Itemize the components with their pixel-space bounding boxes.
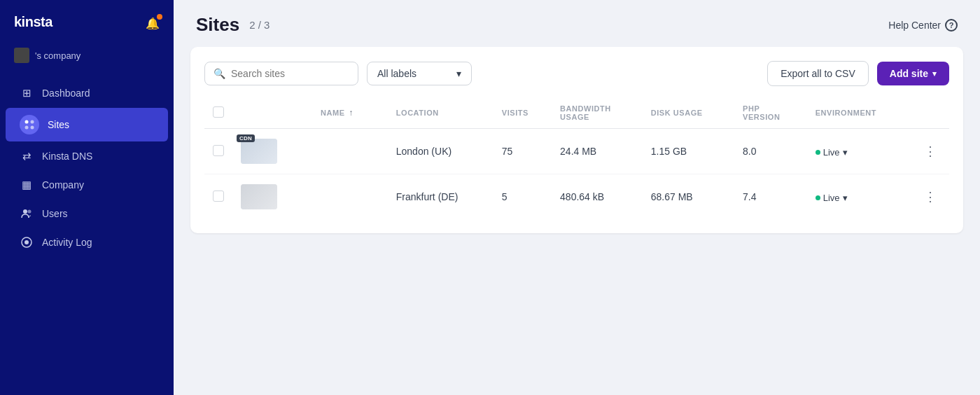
row1-env-badge[interactable]: Live ▾ — [816, 147, 848, 158]
sites-count: 2 / 3 — [249, 19, 270, 31]
table-row: Frankfurt (DE) 5 480.64 kB 68.67 MB 7.4 … — [204, 174, 949, 220]
row1-check-cell — [204, 129, 232, 174]
help-center-link[interactable]: Help Center ? — [888, 19, 958, 32]
sidebar: kinsta 🔔 's company ⊞ Dashboard — [0, 0, 174, 395]
svg-point-6 — [28, 210, 31, 214]
sidebar-item-company[interactable]: ▦ Company — [6, 171, 168, 199]
row1-environment[interactable]: Live ▾ — [807, 129, 911, 174]
sidebar-item-users[interactable]: Users — [6, 200, 168, 228]
row2-environment[interactable]: Live ▾ — [807, 174, 911, 220]
company-icon: ▦ — [20, 178, 34, 192]
title-row: Sites 2 / 3 — [196, 14, 270, 36]
toolbar: 🔍 All labels ▾ Export all to CSV Add sit… — [204, 61, 949, 86]
table-header: NAME ↑ LOCATION VISITS BANDWIDTHUSAGE DI… — [204, 97, 949, 129]
row2-name-cell — [286, 174, 388, 220]
disk-col-header: DISK USAGE — [643, 97, 734, 129]
search-input[interactable] — [231, 68, 349, 79]
row1-name-cell — [286, 129, 388, 174]
search-icon: 🔍 — [214, 68, 225, 79]
row2-env-badge[interactable]: Live ▾ — [816, 193, 848, 203]
select-all-col — [204, 97, 232, 129]
notification-badge — [157, 14, 162, 20]
thumbnail-col — [232, 97, 286, 129]
add-site-label: Add site — [890, 68, 928, 79]
chevron-down-icon: ▾ — [456, 68, 461, 79]
bandwidth-col-header: BANDWIDTHUSAGE — [552, 97, 643, 129]
search-box[interactable]: 🔍 — [204, 62, 358, 85]
labels-value: All labels — [377, 68, 416, 79]
row1-env-label: Live — [823, 147, 840, 158]
help-icon: ? — [945, 19, 958, 32]
kinsta-logo: kinsta — [14, 13, 70, 34]
row1-more-button[interactable]: ⋮ — [920, 142, 941, 160]
table-row: CDN London (UK) 75 24.4 MB 1.15 GB 8.0 — [204, 129, 949, 174]
name-col-header[interactable]: NAME ↑ — [286, 97, 388, 129]
row1-checkbox[interactable] — [213, 145, 224, 156]
row2-actions: ⋮ — [911, 174, 949, 220]
sidebar-item-label: Activity Log — [42, 237, 92, 248]
row2-disk: 68.67 MB — [643, 174, 734, 220]
row1-thumbnail — [241, 139, 277, 164]
sidebar-item-kinsta-dns[interactable]: ⇄ Kinsta DNS — [6, 142, 168, 170]
row2-visits: 5 — [493, 174, 552, 220]
sites-icon — [20, 115, 39, 134]
row1-actions: ⋮ — [911, 129, 949, 174]
svg-point-1 — [25, 120, 29, 124]
sites-card: 🔍 All labels ▾ Export all to CSV Add sit… — [190, 47, 963, 233]
sites-table-body: CDN London (UK) 75 24.4 MB 1.15 GB 8.0 — [204, 129, 949, 220]
row2-check-cell — [204, 174, 232, 220]
dns-icon: ⇄ — [20, 149, 34, 163]
sidebar-item-sites[interactable]: Sites — [6, 108, 168, 141]
svg-point-4 — [31, 126, 34, 130]
company-avatar — [14, 48, 29, 63]
env-chevron-icon: ▾ — [843, 193, 848, 203]
dashboard-icon: ⊞ — [20, 86, 34, 100]
sidebar-nav: ⊞ Dashboard Sites ⇄ Kinsta DNS ▦ Company — [0, 73, 174, 395]
labels-dropdown[interactable]: All labels ▾ — [367, 62, 472, 85]
sidebar-item-label: Company — [42, 179, 84, 190]
row2-checkbox[interactable] — [213, 190, 224, 202]
add-site-chevron-icon: ▾ — [932, 69, 937, 78]
sites-table: NAME ↑ LOCATION VISITS BANDWIDTHUSAGE DI… — [204, 97, 949, 219]
row2-env-label: Live — [823, 193, 840, 203]
row1-disk: 1.15 GB — [643, 129, 734, 174]
cdn-badge: CDN — [237, 134, 255, 142]
page-title: Sites — [196, 14, 239, 36]
notification-bell[interactable]: 🔔 — [146, 17, 160, 30]
row1-php: 8.0 — [734, 129, 807, 174]
sidebar-item-dashboard[interactable]: ⊞ Dashboard — [6, 79, 168, 107]
row2-location: Frankfurt (DE) — [388, 174, 493, 220]
sidebar-item-label: Users — [42, 208, 68, 219]
svg-point-2 — [31, 120, 34, 124]
select-all-checkbox[interactable] — [213, 106, 224, 118]
live-status-dot — [816, 195, 820, 200]
row2-thumbnail-cell — [232, 174, 286, 220]
row2-bandwidth: 480.64 kB — [552, 174, 643, 220]
company-row: 's company — [0, 43, 174, 73]
svg-point-8 — [24, 240, 29, 244]
row2-thumbnail — [241, 184, 277, 209]
php-col-header: PHPVERSION — [734, 97, 807, 129]
row1-visits: 75 — [493, 129, 552, 174]
company-name: 's company — [35, 50, 80, 61]
actions-col-header — [911, 97, 949, 129]
export-csv-button[interactable]: Export all to CSV — [767, 61, 869, 86]
location-col-header: LOCATION — [388, 97, 493, 129]
visits-col-header: VISITS — [493, 97, 552, 129]
row1-thumbnail-cell: CDN — [232, 129, 286, 174]
sidebar-header: kinsta 🔔 — [0, 0, 174, 43]
sidebar-item-label: Dashboard — [42, 88, 90, 99]
row1-location: London (UK) — [388, 129, 493, 174]
main-content: Sites 2 / 3 Help Center ? 🔍 All labels ▾… — [174, 0, 980, 395]
name-sort-icon: ↑ — [349, 108, 354, 118]
svg-text:kinsta: kinsta — [14, 14, 53, 29]
env-chevron-icon: ▾ — [843, 147, 848, 158]
content-area: 🔍 All labels ▾ Export all to CSV Add sit… — [174, 47, 980, 395]
live-status-dot — [816, 150, 820, 155]
add-site-button[interactable]: Add site ▾ — [877, 62, 949, 85]
page-header: Sites 2 / 3 Help Center ? — [174, 0, 980, 47]
activity-log-icon — [20, 235, 34, 249]
svg-point-5 — [23, 209, 27, 214]
row2-more-button[interactable]: ⋮ — [920, 188, 941, 206]
sidebar-item-activity-log[interactable]: Activity Log — [6, 228, 168, 256]
